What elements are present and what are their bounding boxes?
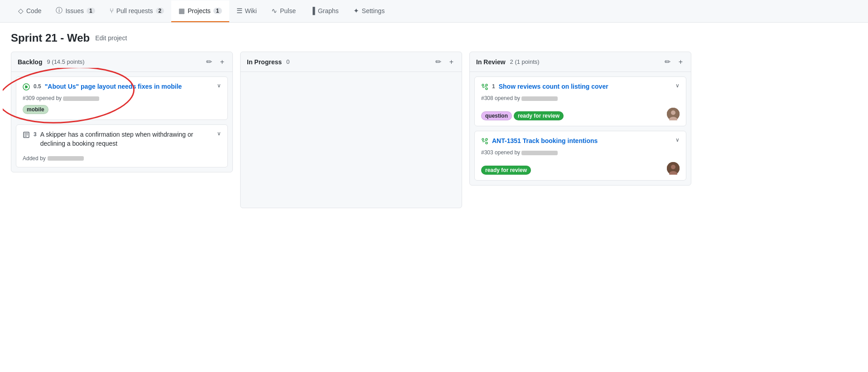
- card-about-us-meta: #309 opened by: [23, 95, 221, 101]
- card-about-us-title[interactable]: "About Us" page layout needs fixes in mo…: [45, 82, 182, 91]
- in-review-column-title: In Review: [476, 58, 506, 66]
- card-reviews-count-chevron[interactable]: ∨: [675, 82, 680, 89]
- page-title: Sprint 21 - Web: [11, 32, 90, 44]
- svg-text:!: !: [25, 85, 26, 90]
- backlog-column-count: 9 (14.5 points): [47, 58, 84, 65]
- card-reviews-count-header: 1 Show reviews count on listing cover ∨: [481, 82, 680, 92]
- svg-point-10: [486, 84, 487, 86]
- in-review-column-body: 1 Show reviews count on listing cover ∨ …: [470, 72, 691, 185]
- card-skipper-chevron[interactable]: ∨: [217, 130, 221, 137]
- card-skipper-title[interactable]: A skipper has a confirmation step when w…: [40, 130, 213, 148]
- page-header: Sprint 21 - Web Edit project: [0, 23, 868, 52]
- card-about-us-header: ! 0.5 "About Us" page layout needs fixes…: [23, 82, 221, 92]
- card-reviews-count-title[interactable]: Show reviews count on listing cover: [499, 82, 608, 91]
- issues-icon: ⓘ: [56, 6, 63, 15]
- card-reviews-count-author: [521, 96, 558, 101]
- in-review-edit-button[interactable]: ✏: [663, 57, 672, 67]
- card-reviews-count-points: 1: [492, 83, 495, 90]
- card-skipper-added-by: Added by: [23, 155, 46, 162]
- card-track-booking-title[interactable]: ANT-1351 Track booking intentions: [492, 137, 598, 146]
- card-reviews-count-footer: question ready for review: [481, 104, 680, 120]
- settings-icon: ✦: [353, 7, 359, 15]
- nav-label-settings: Settings: [362, 7, 385, 14]
- code-icon: ◇: [18, 7, 24, 15]
- card-reviews-count-avatar: [667, 108, 680, 120]
- in-progress-add-button[interactable]: +: [448, 57, 455, 67]
- in-progress-column: In Progress 0 ✏ +: [240, 52, 462, 208]
- nav-label-issues: Issues: [65, 7, 83, 14]
- backlog-add-button[interactable]: +: [218, 57, 226, 67]
- top-nav: ◇ Code ⓘ Issues 1 ⑂ Pull requests 2 ▦ Pr…: [0, 0, 868, 23]
- card-ready-review-label-1[interactable]: ready for review: [514, 111, 564, 120]
- svg-point-16: [482, 138, 484, 140]
- pr-icon: ⑂: [110, 7, 114, 14]
- nav-item-code[interactable]: ◇ Code: [11, 0, 48, 22]
- nav-label-wiki: Wiki: [245, 7, 257, 14]
- in-review-column-header: In Review 2 (1 points) ✏ +: [470, 52, 691, 72]
- card-track-booking-footer: ready for review: [481, 158, 680, 175]
- card-track-booking-meta: #303 opened by: [481, 149, 680, 156]
- card-ready-review-label-2[interactable]: ready for review: [481, 166, 531, 175]
- nav-label-graphs: Graphs: [318, 7, 339, 14]
- card-mobile-label[interactable]: mobile: [23, 105, 48, 114]
- in-progress-column-actions: ✏ +: [434, 57, 455, 67]
- svg-point-9: [486, 88, 487, 90]
- in-progress-column-body: [241, 72, 462, 208]
- card-about-us-labels: mobile: [23, 105, 221, 114]
- nav-item-wiki[interactable]: ☰ Wiki: [229, 0, 264, 22]
- note-icon: [23, 131, 30, 140]
- in-review-column: In Review 2 (1 points) ✏ + 1 Show review…: [469, 52, 691, 186]
- card-track-booking-labels: ready for review: [481, 166, 531, 175]
- card-reviews-count-labels: question ready for review: [481, 111, 564, 120]
- issues-badge: 1: [87, 8, 95, 14]
- nav-item-settings[interactable]: ✦ Settings: [346, 0, 392, 22]
- card-about-us-points: 0.5: [34, 83, 41, 90]
- wiki-icon: ☰: [236, 7, 242, 15]
- card-question-label[interactable]: question: [481, 111, 512, 120]
- in-progress-column-header: In Progress 0 ✏ +: [241, 52, 462, 72]
- card-track-booking: ANT-1351 Track booking intentions ∨ #303…: [474, 131, 686, 181]
- card-track-booking-header: ANT-1351 Track booking intentions ∨: [481, 137, 680, 147]
- issue-open-icon: !: [23, 83, 30, 92]
- in-progress-edit-button[interactable]: ✏: [434, 57, 443, 67]
- card-about-us-chevron[interactable]: ∨: [217, 82, 221, 89]
- nav-label-pulse: Pulse: [280, 7, 296, 14]
- card-reviews-count-issue-num: #308: [481, 95, 493, 101]
- backlog-column-header: Backlog 9 (14.5 points) ✏ +: [11, 52, 232, 72]
- projects-badge: 1: [213, 8, 222, 14]
- card-skipper-author: [48, 156, 84, 161]
- svg-point-14: [671, 110, 675, 115]
- card-skipper-points: 3: [34, 131, 37, 138]
- card-skipper-header: 3 A skipper has a confirmation step when…: [23, 130, 221, 148]
- nav-item-pull-requests[interactable]: ⑂ Pull requests 2: [102, 0, 172, 22]
- nav-item-projects[interactable]: ▦ Projects 1: [171, 0, 229, 22]
- in-review-add-button[interactable]: +: [677, 57, 685, 67]
- card-reviews-count-opened-by: opened by: [495, 95, 520, 101]
- nav-item-issues[interactable]: ⓘ Issues 1: [48, 0, 102, 22]
- pr-icon-card: [481, 83, 488, 92]
- pulse-icon: ∿: [271, 7, 277, 15]
- in-progress-column-count: 0: [286, 58, 289, 65]
- card-skipper-footer: Added by: [23, 151, 221, 162]
- svg-point-18: [486, 138, 487, 140]
- nav-label-code: Code: [26, 7, 41, 14]
- card-about-us-author: [63, 96, 99, 101]
- nav-label-pr: Pull requests: [116, 7, 153, 14]
- card-track-booking-opened-by: opened by: [495, 149, 520, 156]
- nav-label-projects: Projects: [188, 7, 211, 14]
- svg-line-20: [483, 140, 487, 142]
- card-skipper: 3 A skipper has a confirmation step when…: [16, 124, 228, 167]
- backlog-edit-button[interactable]: ✏: [204, 57, 214, 67]
- in-review-column-actions: ✏ +: [663, 57, 685, 67]
- backlog-column-title: Backlog: [18, 58, 42, 66]
- project-board: Backlog 9 (14.5 points) ✏ + ! 0.5 "Abo: [0, 52, 868, 323]
- nav-item-pulse[interactable]: ∿ Pulse: [264, 0, 303, 22]
- card-track-booking-chevron[interactable]: ∨: [675, 137, 680, 143]
- backlog-column-actions: ✏ +: [204, 57, 226, 67]
- svg-point-22: [671, 165, 675, 169]
- projects-icon: ▦: [178, 7, 185, 15]
- graphs-icon: ▐: [310, 7, 315, 14]
- card-skipper-meta: Added by: [23, 154, 84, 162]
- edit-project-link[interactable]: Edit project: [95, 34, 127, 42]
- nav-item-graphs[interactable]: ▐ Graphs: [303, 0, 346, 22]
